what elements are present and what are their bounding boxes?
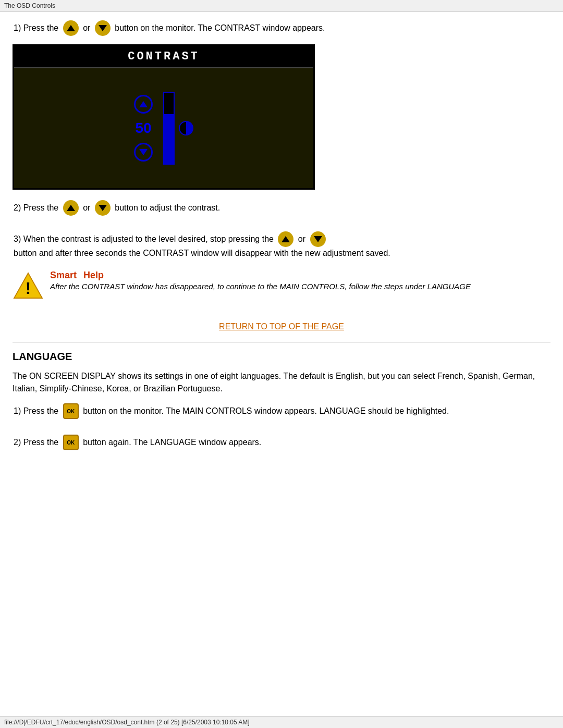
step2-or: or [83, 202, 90, 214]
down-button-icon-1[interactable] [95, 20, 111, 36]
contrast-down-icon [134, 143, 153, 162]
contrast-title: CONTRAST [14, 46, 313, 68]
contrast-body: 50 [14, 68, 313, 188]
language-description: The ON SCREEN DISPLAY shows its settings… [13, 370, 550, 395]
title-bar: The OSD Controls [0, 0, 563, 12]
step3-or: or [298, 233, 305, 245]
smart-help-section: ! Smart Help After the CONTRAST window h… [13, 270, 550, 301]
lang-step1-suffix: button on the monitor. The MAIN CONTROLS… [83, 405, 449, 417]
up-button-icon-3[interactable] [278, 231, 293, 247]
step2-suffix: button to adjust the contrast. [115, 202, 220, 214]
contrast-controls: 50 [134, 95, 153, 162]
lang-step2-prefix: 2) Press the [14, 436, 58, 449]
return-to-top-link[interactable]: RETURN TO TOP OF THE PAGE [219, 322, 344, 331]
smart-label: Smart [50, 270, 77, 281]
return-link-section: RETURN TO TOP OF THE PAGE [13, 322, 550, 331]
step1-line: 1) Press the or button on the monitor. T… [13, 20, 550, 36]
language-step2-line: 2) Press the OK button again. The LANGUA… [13, 435, 550, 450]
contrast-slider-area [163, 92, 193, 165]
status-bar: file:///D|/EDFU/crt_17/edoc/english/OSD/… [0, 716, 563, 728]
smart-help-italic: After the CONTRAST window has disappeare… [50, 281, 471, 292]
osd-button-icon-1[interactable]: OK [63, 403, 79, 419]
up-button-icon-1[interactable] [63, 20, 79, 36]
lang-step2-suffix: button again. The LANGUAGE window appear… [83, 436, 261, 449]
language-section: LANGUAGE The ON SCREEN DISPLAY shows its… [13, 351, 550, 450]
step1-prefix: 1) Press the [14, 22, 58, 34]
main-content: 1) Press the or button on the monitor. T… [0, 12, 563, 465]
smart-help-text: Smart Help After the CONTRAST window has… [50, 270, 471, 292]
step3-prefix: 3) When the contrast is adjusted to the … [14, 233, 274, 245]
contrast-slider [163, 92, 175, 165]
title-text: The OSD Controls [4, 2, 55, 9]
osd-button-icon-2[interactable]: OK [63, 435, 79, 450]
svg-text:!: ! [26, 279, 31, 298]
language-step1-line: 1) Press the OK button on the monitor. T… [13, 403, 550, 419]
step3-suffix: button and after three seconds the CONTR… [14, 247, 390, 260]
help-label: Help [83, 270, 104, 281]
up-button-icon-2[interactable] [63, 200, 79, 216]
step2-prefix: 2) Press the [14, 202, 58, 214]
contrast-slider-fill [164, 114, 174, 164]
contrast-inner: 50 [134, 92, 193, 165]
down-button-icon-2[interactable] [95, 200, 111, 216]
contrast-value: 50 [135, 120, 151, 137]
lang-step1-prefix: 1) Press the [14, 405, 58, 417]
section-divider [13, 342, 550, 342]
language-heading: LANGUAGE [13, 351, 550, 363]
smart-help-label: Smart Help [50, 270, 471, 281]
step3-line: 3) When the contrast is adjusted to the … [13, 231, 550, 260]
contrast-half-circle-icon [179, 121, 193, 135]
step1-or: or [83, 22, 90, 34]
warning-triangle-icon: ! [13, 270, 44, 301]
step1-suffix: button on the monitor. The CONTRAST wind… [115, 22, 325, 34]
contrast-display-box: CONTRAST 50 [13, 44, 315, 190]
down-button-icon-3[interactable] [310, 231, 326, 247]
step2-line: 2) Press the or button to adjust the con… [13, 200, 550, 216]
status-text: file:///D|/EDFU/crt_17/edoc/english/OSD/… [4, 719, 250, 726]
contrast-up-icon [134, 95, 153, 114]
